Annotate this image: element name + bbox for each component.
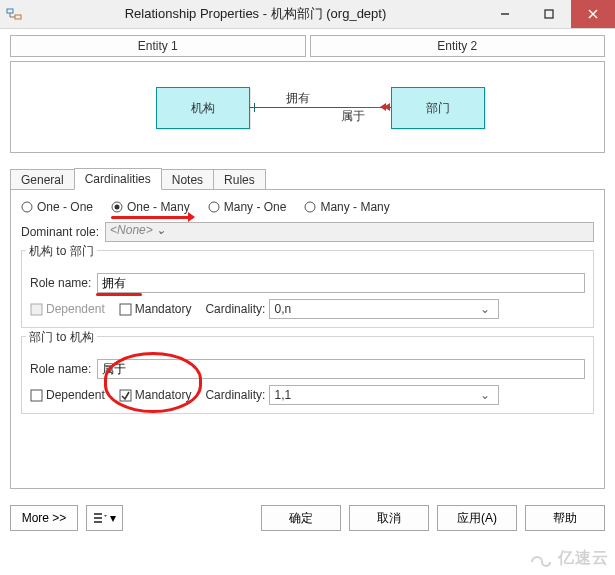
entity1-header[interactable]: Entity 1 — [10, 35, 306, 57]
group1-mandatory-label: Mandatory — [135, 302, 192, 316]
titlebar: Relationship Properties - 机构部门 (org_dept… — [0, 0, 615, 29]
tab-general[interactable]: General — [10, 169, 75, 190]
tab-strip: General Cardinalities Notes Rules — [10, 167, 605, 189]
entity-right-label: 部门 — [426, 100, 450, 117]
group1-dependent-checkbox: Dependent — [30, 302, 105, 316]
group1-role-label: Role name: — [30, 276, 91, 290]
cancel-button[interactable]: 取消 — [349, 505, 429, 531]
svg-rect-12 — [120, 304, 131, 315]
tab-cardinalities[interactable]: Cardinalities — [74, 168, 162, 190]
watermark-text: 亿速云 — [558, 549, 609, 566]
chevron-down-icon: ⌄ — [480, 388, 494, 402]
window-title: Relationship Properties - 机构部门 (org_dept… — [28, 5, 483, 23]
group2-legend: 部门 to 机构 — [26, 329, 97, 346]
group1-legend: 机构 to 部门 — [26, 243, 97, 260]
group1-role-input[interactable] — [97, 273, 585, 293]
svg-rect-13 — [31, 390, 42, 401]
entity-right[interactable]: 部门 — [391, 87, 485, 129]
chevron-down-icon: ▾ — [110, 511, 116, 525]
relationship-label-top[interactable]: 拥有 — [286, 90, 310, 107]
ok-button-label: 确定 — [289, 510, 313, 527]
svg-rect-0 — [7, 9, 13, 13]
group1-dependent-label: Dependent — [46, 302, 105, 316]
apply-button[interactable]: 应用(A) — [437, 505, 517, 531]
more-button-label: More >> — [22, 511, 67, 525]
radio-one-one[interactable]: One - One — [21, 200, 93, 214]
relationship-line[interactable] — [249, 107, 391, 108]
group1-mandatory-checkbox[interactable]: Mandatory — [119, 302, 192, 316]
group1-cardinality-select[interactable]: 0,n ⌄ — [269, 299, 499, 319]
more-button[interactable]: More >> — [10, 505, 78, 531]
radio-one-one-label: One - One — [37, 200, 93, 214]
watermark: 亿速云 — [527, 548, 609, 569]
relationship-diagram[interactable]: 机构 部门 拥有 属于 — [10, 61, 605, 153]
group2-dependent-checkbox[interactable]: Dependent — [30, 388, 105, 402]
ok-button[interactable]: 确定 — [261, 505, 341, 531]
radio-many-many[interactable]: Many - Many — [304, 200, 389, 214]
group1-cardinality-label: Cardinality: — [205, 302, 265, 316]
cancel-button-label: 取消 — [377, 510, 401, 527]
dominant-role-row: Dominant role: <None> ⌄ — [21, 222, 594, 242]
maximize-button[interactable] — [527, 0, 571, 28]
group1-cardinality-value: 0,n — [274, 302, 291, 316]
svg-point-8 — [115, 205, 120, 210]
close-button[interactable] — [571, 0, 615, 28]
tab-rules[interactable]: Rules — [213, 169, 266, 190]
svg-rect-17 — [94, 521, 102, 523]
group2-role-input[interactable] — [97, 359, 585, 379]
group2-cardinality-value: 1,1 — [274, 388, 291, 402]
svg-rect-11 — [31, 304, 42, 315]
svg-rect-16 — [94, 517, 102, 519]
dominant-role-label: Dominant role: — [21, 225, 99, 239]
dominant-role-value: <None> — [110, 223, 153, 237]
tab-notes[interactable]: Notes — [161, 169, 214, 190]
svg-point-10 — [305, 202, 315, 212]
svg-rect-1 — [15, 15, 21, 19]
radio-many-many-label: Many - Many — [320, 200, 389, 214]
many-arrow-icon — [384, 103, 390, 111]
chevron-down-icon: ⌄ — [156, 223, 170, 237]
entity-column-headers: Entity 1 Entity 2 — [10, 35, 605, 57]
radio-one-many[interactable]: One - Many — [111, 200, 190, 214]
minimize-button[interactable] — [483, 0, 527, 28]
dominant-role-select[interactable]: <None> ⌄ — [105, 222, 594, 242]
group2-mandatory-checkbox[interactable]: Mandatory — [119, 388, 192, 402]
app-icon — [6, 6, 22, 22]
entity-left-label: 机构 — [191, 100, 215, 117]
entity2-header[interactable]: Entity 2 — [310, 35, 606, 57]
group2-cardinality-label: Cardinality: — [205, 388, 265, 402]
relationship-label-bottom[interactable]: 属于 — [341, 108, 365, 125]
tab-panel-cardinalities: One - One One - Many Many - One Many - M… — [10, 189, 605, 489]
one-tick-icon — [254, 103, 255, 112]
list-dropdown-icon — [93, 512, 107, 524]
red-underline-annotation — [111, 216, 193, 219]
svg-rect-15 — [94, 513, 102, 515]
group2-mandatory-label: Mandatory — [135, 388, 192, 402]
radio-many-one[interactable]: Many - One — [208, 200, 287, 214]
group2-dependent-label: Dependent — [46, 388, 105, 402]
apply-button-label: 应用(A) — [457, 510, 497, 527]
group2-role-label: Role name: — [30, 362, 91, 376]
svg-point-6 — [22, 202, 32, 212]
dialog-button-bar: More >> ▾ 确定 取消 应用(A) 帮助 — [0, 497, 615, 531]
svg-rect-3 — [545, 10, 553, 18]
cardinality-type-radios: One - One One - Many Many - One Many - M… — [21, 200, 594, 214]
help-button-label: 帮助 — [553, 510, 577, 527]
radio-one-many-label: One - Many — [127, 200, 190, 214]
red-underline-annotation — [96, 293, 142, 296]
entity-left[interactable]: 机构 — [156, 87, 250, 129]
radio-many-one-label: Many - One — [224, 200, 287, 214]
help-button[interactable]: 帮助 — [525, 505, 605, 531]
group-b-to-a: 部门 to 机构 Role name: Dependent Mandatory … — [21, 336, 594, 414]
dropdown-action-button[interactable]: ▾ — [86, 505, 123, 531]
chevron-down-icon: ⌄ — [480, 302, 494, 316]
svg-point-9 — [209, 202, 219, 212]
group2-cardinality-select[interactable]: 1,1 ⌄ — [269, 385, 499, 405]
group-a-to-b: 机构 to 部门 Role name: Dependent Mandatory … — [21, 250, 594, 328]
